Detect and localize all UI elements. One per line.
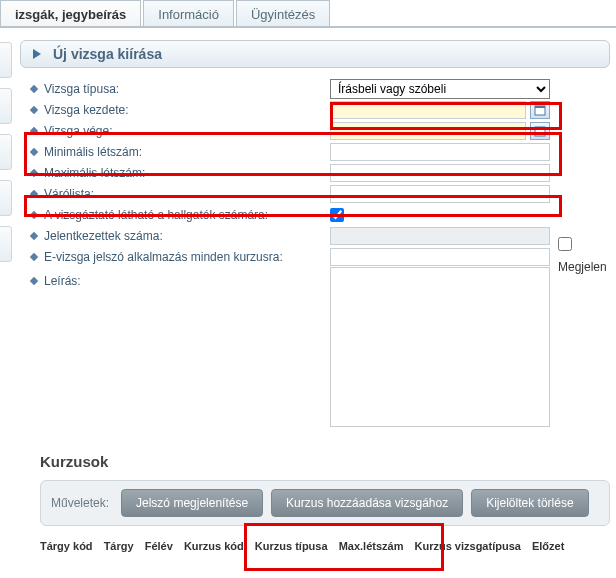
courses-title: Kurzusok <box>40 453 616 470</box>
highlight-exam-type <box>330 102 562 130</box>
label-text: Jelentkezettek száma: <box>44 226 163 246</box>
row-exam-type: Vizsga típusa: Írásbeli vagy szóbeli <box>30 78 602 99</box>
diamond-icon <box>30 271 38 291</box>
col: Félév <box>145 540 173 552</box>
side-handle[interactable] <box>0 88 12 124</box>
operations-label: Műveletek: <box>51 496 109 510</box>
label-description: Leírás: <box>30 267 330 291</box>
workspace: Új vizsga kiírása Vizsga típusa: Írásbel… <box>0 28 616 552</box>
col: Előzet <box>532 540 564 552</box>
svg-rect-1 <box>30 106 38 114</box>
side-handle[interactable] <box>0 134 12 170</box>
operations-bar: Műveletek: Jelszó megjelenítése Kurzus h… <box>40 480 610 526</box>
delete-selected-button[interactable]: Kijelöltek törlése <box>471 489 588 517</box>
show-password-button[interactable]: Jelszó megjelenítése <box>121 489 263 517</box>
row-description: Leírás: <box>30 267 602 431</box>
side-handle[interactable] <box>0 180 12 216</box>
label-signed: Jelentkezettek száma: <box>30 226 330 246</box>
row-signed: Jelentkezettek száma: <box>30 225 602 246</box>
diamond-icon <box>30 226 38 246</box>
side-handle[interactable] <box>0 42 12 78</box>
label-text: Vizsga típusa: <box>44 79 119 99</box>
highlight-dates <box>24 132 562 176</box>
label-text: Vizsga kezdete: <box>44 100 129 120</box>
tab-strip: izsgák, jegybeírás Információ Ügyintézés <box>0 0 616 28</box>
diamond-icon <box>30 247 38 267</box>
evizsga-password-input[interactable] <box>330 248 550 266</box>
accordion-title: Új vizsga kiírása <box>53 46 162 62</box>
label-exam-type: Vizsga típusa: <box>30 79 330 99</box>
highlight-max-headcount <box>24 195 562 217</box>
tab-ugyintezes[interactable]: Ügyintézés <box>236 0 330 28</box>
exam-create-accordion: Új vizsga kiírása Vizsga típusa: Írásbel… <box>20 40 610 435</box>
label-text: E-vizsga jelszó alkalmazás minden kurzus… <box>44 247 283 267</box>
svg-rect-12 <box>30 253 38 261</box>
svg-rect-0 <box>30 85 38 93</box>
side-handles <box>0 42 12 272</box>
add-course-button[interactable]: Kurzus hozzáadása vizsgához <box>271 489 463 517</box>
diamond-icon <box>30 79 38 99</box>
col: Kurzus kód <box>184 540 244 552</box>
svg-rect-11 <box>30 232 38 240</box>
tab-informacio[interactable]: Információ <box>143 0 234 28</box>
label-exam-start: Vizsga kezdete: <box>30 100 330 120</box>
col: Tárgy <box>104 540 134 552</box>
svg-rect-13 <box>30 277 38 285</box>
megjelen-checkbox[interactable] <box>558 237 572 251</box>
tab-vizsgak[interactable]: izsgák, jegybeírás <box>0 0 141 28</box>
col: Tárgy kód <box>40 540 93 552</box>
accordion-header[interactable]: Új vizsga kiírása <box>20 40 610 68</box>
diamond-icon <box>30 100 38 120</box>
chevron-right-icon <box>31 48 43 60</box>
highlight-add-course <box>244 523 444 571</box>
label-password: E-vizsga jelszó alkalmazás minden kurzus… <box>30 247 330 267</box>
row-password: E-vizsga jelszó alkalmazás minden kurzus… <box>30 246 602 267</box>
exam-type-select[interactable]: Írásbeli vagy szóbeli <box>330 79 550 99</box>
description-textarea[interactable] <box>330 267 550 427</box>
signed-count-input <box>330 227 550 245</box>
side-handle[interactable] <box>0 226 12 262</box>
label-text: Leírás: <box>44 271 81 291</box>
